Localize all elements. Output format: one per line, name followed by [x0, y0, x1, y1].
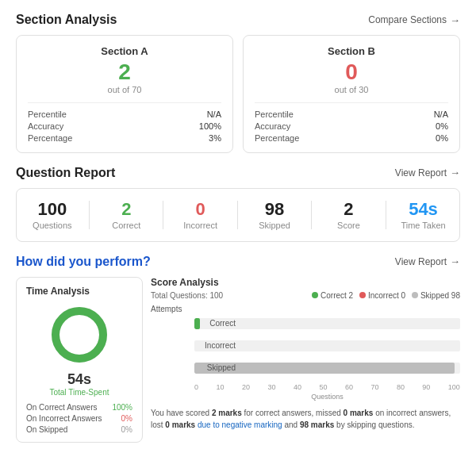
bar-label-skipped: Skipped [194, 363, 236, 372]
legend-dot-incorrect [359, 292, 366, 298]
legend-dot-skipped [412, 292, 418, 298]
section-a-stats: Percentile N/A Accuracy 100% Percentage … [28, 109, 221, 143]
legend-skipped: Skipped 98 [412, 291, 460, 300]
time-analysis-panel: Time Analysis 54s Total Time-Spent On Co… [16, 277, 143, 443]
question-report-header: Question Report View Report → [16, 166, 460, 180]
metric-divider-3 [237, 201, 238, 229]
arrow-icon-perf: → [450, 255, 460, 267]
arrow-icon-qr: → [450, 167, 460, 178]
section-b-score: 0 [255, 60, 448, 85]
metric-incorrect-label: Incorrect [178, 221, 222, 230]
sections-grid: Section A 2 out of 70 Percentile N/A Acc… [16, 35, 460, 153]
metric-divider-4 [311, 201, 312, 229]
metric-time: 54s Time Taken [401, 200, 445, 230]
section-analysis: Section Analysis Compare Sections → Sect… [16, 13, 460, 153]
bar-label-incorrect: Incorrect [194, 341, 236, 350]
performance-title: How did you perform? [16, 255, 151, 269]
metric-time-value: 54s [401, 200, 445, 219]
time-analysis-title: Time Analysis [26, 286, 132, 297]
section-analysis-header: Section Analysis Compare Sections → [16, 13, 460, 27]
page-wrapper: Section Analysis Compare Sections → Sect… [0, 0, 476, 476]
question-report: Question Report View Report → 100 Questi… [16, 166, 460, 242]
compare-sections-btn[interactable]: Compare Sections → [368, 14, 460, 26]
metric-questions-value: 100 [30, 200, 74, 219]
view-report-btn[interactable]: View Report → [395, 167, 460, 178]
bar-row-correct: Correct [194, 317, 460, 331]
donut-chart [26, 303, 132, 367]
donut-svg [48, 303, 111, 367]
metric-questions-label: Questions [30, 221, 74, 230]
performance-view-report-btn[interactable]: View Report → [395, 255, 460, 267]
stat-accuracy-a: Accuracy 100% [28, 121, 221, 131]
section-b-outof: out of 30 [255, 85, 448, 94]
section-b-title: Section B [255, 45, 448, 57]
performance-section: How did you perform? View Report → Time … [16, 255, 460, 443]
stat-percentage-b: Percentage 0% [255, 133, 448, 143]
question-report-title: Question Report [16, 166, 115, 180]
perform-body: Time Analysis 54s Total Time-Spent On Co… [16, 277, 460, 443]
metric-correct-value: 2 [105, 200, 148, 219]
metric-correct-label: Correct [105, 221, 148, 230]
bar-row-incorrect: Incorrect [194, 339, 460, 353]
legend-dot-correct [312, 292, 318, 298]
legend-correct: Correct 2 [312, 291, 353, 300]
ta-correct-row: On Correct Answers 100% [26, 403, 132, 412]
section-a-score: 2 [28, 60, 221, 85]
time-analysis-value: 54s [26, 371, 132, 388]
section-b-stats: Percentile N/A Accuracy 0% Percentage 0% [255, 109, 448, 143]
metric-score: 2 Score [327, 200, 370, 230]
sa-attempts-label: Attempts [151, 305, 460, 313]
section-b-divider [255, 102, 448, 103]
metric-questions: 100 Questions [30, 200, 74, 230]
metric-score-value: 2 [327, 200, 370, 219]
legend-incorrect: Incorrect 0 [359, 291, 405, 300]
qr-metrics-bar: 100 Questions 2 Correct 0 Incorrect 98 S… [16, 188, 460, 242]
score-analysis-title: Score Analysis [151, 277, 460, 288]
metric-incorrect-value: 0 [178, 200, 222, 219]
metric-score-label: Score [327, 221, 370, 230]
bar-row-skipped: Skipped [194, 361, 460, 375]
score-analysis-panel: Score Analysis Total Questions: 100 Corr… [151, 277, 460, 443]
chart-x-label: Questions [151, 393, 460, 401]
sa-total-questions: Total Questions: 100 [151, 291, 223, 300]
chart-x-axis: 0 10 20 30 40 50 60 70 80 90 100 [151, 383, 460, 391]
metric-skipped-value: 98 [253, 200, 297, 219]
stat-percentile-b: Percentile N/A [255, 109, 448, 119]
svg-point-1 [56, 311, 103, 359]
time-analysis-label: Total Time-Spent [26, 388, 132, 397]
metric-divider-5 [386, 201, 386, 229]
ta-incorrect-row: On Incorrect Answers 0% [26, 414, 132, 423]
section-a-outof: out of 70 [28, 85, 221, 94]
metric-skipped-label: Skipped [253, 221, 297, 230]
stat-percentile-a: Percentile N/A [28, 109, 221, 119]
time-breakdown: On Correct Answers 100% On Incorrect Ans… [26, 403, 132, 434]
section-a-divider [28, 102, 221, 103]
ta-skipped-row: On Skipped 0% [26, 425, 132, 434]
bar-label-correct: Correct [194, 319, 236, 328]
bar-chart: Correct Incorrect Skipped [151, 317, 460, 375]
summary-text: You have scored 2 marks for correct answ… [151, 407, 460, 431]
section-a-card: Section A 2 out of 70 Percentile N/A Acc… [16, 35, 233, 153]
sa-legend: Correct 2 Incorrect 0 Skipped 98 [312, 291, 460, 300]
metric-divider-2 [163, 201, 163, 229]
metric-skipped: 98 Skipped [253, 200, 297, 230]
metric-incorrect: 0 Incorrect [178, 200, 222, 230]
metric-divider-1 [89, 201, 90, 229]
sa-meta: Total Questions: 100 Correct 2 Incorrect… [151, 291, 460, 300]
stat-accuracy-b: Accuracy 0% [255, 121, 448, 131]
metric-correct: 2 Correct [105, 200, 148, 230]
metric-time-label: Time Taken [401, 221, 445, 230]
section-a-title: Section A [28, 45, 221, 57]
section-analysis-title: Section Analysis [16, 13, 117, 27]
section-b-card: Section B 0 out of 30 Percentile N/A Acc… [243, 35, 460, 153]
performance-header: How did you perform? View Report → [16, 255, 460, 269]
arrow-icon: → [450, 14, 460, 26]
stat-percentage-a: Percentage 3% [28, 133, 221, 143]
